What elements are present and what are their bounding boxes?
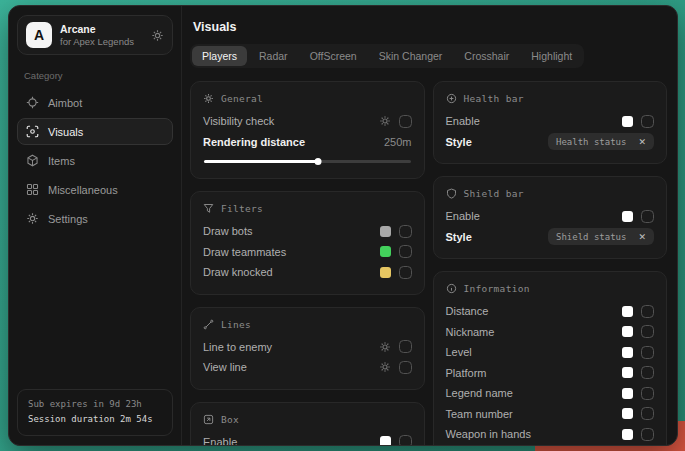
shield-icon xyxy=(446,188,457,199)
platform-checkbox[interactable] xyxy=(641,366,654,379)
health-enable-checkbox[interactable] xyxy=(641,115,654,128)
setting-row-shield-enable: Enable xyxy=(446,206,655,227)
shield-style-select[interactable]: Shield status ✕ xyxy=(548,228,654,245)
sidebar-item-miscellaneous[interactable]: Miscellaneous xyxy=(17,176,173,203)
setting-label: Style xyxy=(446,136,472,148)
tab-crosshair[interactable]: Crosshair xyxy=(454,46,519,66)
setting-label: Rendering distance xyxy=(203,136,305,148)
sidebar-item-items[interactable]: Items xyxy=(17,147,173,174)
color-swatch[interactable] xyxy=(622,326,633,337)
sidebar-item-label: Items xyxy=(48,155,75,167)
setting-row-level: Level xyxy=(446,342,655,363)
setting-row-box-enable: Enable xyxy=(203,432,412,447)
sidebar: A Arcane for Apex Legends Category Aimbo xyxy=(9,6,181,445)
config-gear-icon[interactable] xyxy=(379,361,391,373)
card-title: Box xyxy=(221,414,239,425)
config-gear-icon[interactable] xyxy=(379,341,391,353)
clear-icon[interactable]: ✕ xyxy=(638,137,646,147)
tab-players[interactable]: Players xyxy=(192,46,247,66)
sidebar-item-visuals[interactable]: Visuals xyxy=(17,118,173,145)
selected-option: Shield status xyxy=(556,232,626,242)
color-swatch[interactable] xyxy=(622,347,633,358)
slider-thumb[interactable] xyxy=(314,158,321,165)
sidebar-item-label: Aimbot xyxy=(48,97,82,109)
shield-enable-checkbox[interactable] xyxy=(641,210,654,223)
legend-name-checkbox[interactable] xyxy=(641,387,654,400)
setting-label: Platform xyxy=(446,367,487,379)
info-icon xyxy=(446,283,457,294)
setting-row-nickname: Nickname xyxy=(446,322,655,343)
setting-row-team-number: Team number xyxy=(446,404,655,425)
box-enable-checkbox[interactable] xyxy=(399,435,412,446)
clear-icon[interactable]: ✕ xyxy=(638,232,646,242)
sidebar-item-settings[interactable]: Settings xyxy=(17,205,173,232)
distance-checkbox[interactable] xyxy=(641,305,654,318)
card-title: General xyxy=(221,93,263,104)
line-to-enemy-checkbox[interactable] xyxy=(399,340,412,353)
setting-label: Level xyxy=(446,346,472,358)
gear-icon xyxy=(26,212,39,225)
session-duration-text: Session duration 2m 54s xyxy=(28,412,162,428)
sidebar-item-label: Miscellaneous xyxy=(48,184,118,196)
color-swatch[interactable] xyxy=(622,211,633,222)
card-filters: Filters Draw bots Draw teammates xyxy=(190,191,425,295)
app-window: A Arcane for Apex Legends Category Aimbo xyxy=(8,5,678,446)
category-label: Category xyxy=(24,70,166,81)
box-icon xyxy=(203,414,214,425)
setting-label: Distance xyxy=(446,305,489,317)
view-line-checkbox[interactable] xyxy=(399,361,412,374)
config-gear-icon[interactable] xyxy=(379,115,391,127)
setting-row-draw-knocked: Draw knocked xyxy=(203,262,412,283)
color-swatch[interactable] xyxy=(380,436,391,446)
card-title: Lines xyxy=(221,319,251,330)
setting-row-draw-teammates: Draw teammates xyxy=(203,242,412,263)
color-swatch[interactable] xyxy=(622,306,633,317)
selected-option: Health status xyxy=(556,137,626,147)
color-swatch[interactable] xyxy=(622,429,633,440)
sidebar-item-aimbot[interactable]: Aimbot xyxy=(17,89,173,116)
level-checkbox[interactable] xyxy=(641,346,654,359)
tab-skin-changer[interactable]: Skin Changer xyxy=(369,46,453,66)
setting-label: Team number xyxy=(446,408,513,420)
setting-label: Style xyxy=(446,231,472,243)
draw-teammates-checkbox[interactable] xyxy=(399,245,412,258)
setting-row-health-style: Style Health status ✕ xyxy=(446,132,655,153)
tab-radar[interactable]: Radar xyxy=(249,46,298,66)
setting-label: Nickname xyxy=(446,326,495,338)
funnel-icon xyxy=(203,203,214,214)
brand-settings-icon[interactable] xyxy=(151,29,164,42)
page-title: Visuals xyxy=(193,20,667,34)
color-swatch[interactable] xyxy=(622,388,633,399)
setting-label: Line to enemy xyxy=(203,341,272,353)
team-number-checkbox[interactable] xyxy=(641,407,654,420)
draw-bots-checkbox[interactable] xyxy=(399,225,412,238)
grid-icon xyxy=(26,183,39,196)
health-style-select[interactable]: Health status ✕ xyxy=(548,133,654,150)
color-swatch[interactable] xyxy=(622,408,633,419)
tab-offscreen[interactable]: OffScreen xyxy=(300,46,367,66)
package-icon xyxy=(26,154,39,167)
setting-label: Legend name xyxy=(446,387,513,399)
color-swatch[interactable] xyxy=(380,226,391,237)
subscription-card: Sub expires in 9d 23h Session duration 2… xyxy=(17,389,173,437)
weapon-in-hands-checkbox[interactable] xyxy=(641,428,654,441)
visibility-check-checkbox[interactable] xyxy=(399,115,412,128)
line-icon xyxy=(203,319,214,330)
setting-row-visibility-check: Visibility check xyxy=(203,111,412,132)
rendering-distance-slider[interactable] xyxy=(204,157,411,166)
brand-card: A Arcane for Apex Legends xyxy=(17,15,173,55)
color-swatch[interactable] xyxy=(380,246,391,257)
setting-label: Draw teammates xyxy=(203,246,286,258)
color-swatch[interactable] xyxy=(622,116,633,127)
setting-row-shield-style: Style Shield status ✕ xyxy=(446,227,655,248)
color-swatch[interactable] xyxy=(622,367,633,378)
nickname-checkbox[interactable] xyxy=(641,325,654,338)
card-title: Filters xyxy=(221,203,263,214)
setting-label: Enable xyxy=(446,115,480,127)
draw-knocked-checkbox[interactable] xyxy=(399,266,412,279)
rendering-distance-value: 250m xyxy=(384,136,412,148)
gear-icon xyxy=(203,93,214,104)
color-swatch[interactable] xyxy=(380,267,391,278)
scan-eye-icon xyxy=(26,125,39,138)
tab-highlight[interactable]: Highlight xyxy=(521,46,582,66)
